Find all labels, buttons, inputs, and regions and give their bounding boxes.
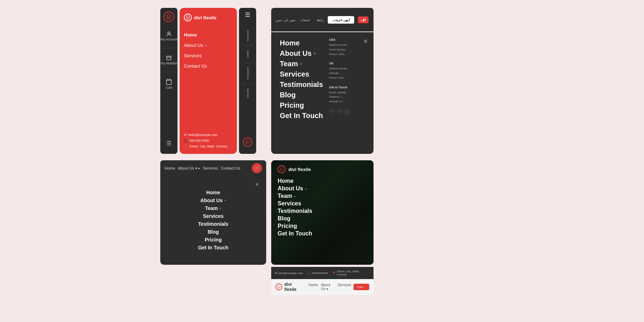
facebook-link[interactable]: facebook <box>246 25 249 45</box>
bottom-right-content: d divi flexile Home About Us + Team + Se… <box>271 160 374 242</box>
bottom-right-menu: Home About Us + Team + Services Testimon… <box>278 177 367 237</box>
br-about[interactable]: About Us + <box>278 185 367 192</box>
mega-social-row: f t ● <box>329 109 365 115</box>
bottom-dd-pricing[interactable]: Pricing <box>205 236 221 244</box>
br-pricing[interactable]: Pricing <box>278 223 367 230</box>
twitter-link[interactable]: twitter <box>246 46 249 62</box>
bottom-right-logo: d <box>278 165 286 173</box>
bottom-right-brand-name: divi flexile <box>288 167 311 172</box>
my-account-icon-btn[interactable]: My Account <box>161 29 177 44</box>
sidebar-logo: d <box>164 11 174 22</box>
mega-close-button[interactable]: ✕ <box>363 38 368 45</box>
email-icon: ✉ <box>184 133 187 137</box>
social-hamburger[interactable]: ☰ <box>245 11 250 18</box>
mega-social-icon-3[interactable]: ● <box>344 109 350 115</box>
mega-blog[interactable]: Blog <box>280 90 329 100</box>
brand-bar-cta[interactable]: Con... <box>353 284 369 290</box>
bottom-dropdown-close[interactable]: ✕ <box>255 182 259 187</box>
bottom-cart-button[interactable]: 🛒 <box>252 163 262 173</box>
footer-info-bar: ✉ abc@example.com 📞 0000000000 📍 Street,… <box>271 267 374 279</box>
uk-address: Address Street,hello@k...Phone +000... <box>329 67 365 80</box>
bottom-nav-home[interactable]: Home <box>165 166 175 170</box>
svg-text:d: d <box>167 16 169 19</box>
red-email: ✉ hello@example.com <box>184 133 233 137</box>
usa-title: USA <box>329 38 365 42</box>
bottom-dd-home[interactable]: Home <box>206 189 220 196</box>
mega-about[interactable]: About Us + <box>280 48 329 59</box>
rtl-link-about[interactable]: میں بارے میں <box>275 18 295 22</box>
social-sidebar: ☰ facebook twitter instagram linkedin d <box>239 8 256 154</box>
red-contact-info: ✉ hello@example.com 📞 000-000-0000 📍 Str… <box>184 133 233 148</box>
bottom-dd-about[interactable]: About Us + <box>200 196 226 204</box>
bottom-dd-testimonials[interactable]: Testimonials <box>198 220 229 228</box>
mega-services[interactable]: Services <box>280 69 329 79</box>
linkedin-link[interactable]: linkedin <box>246 84 249 102</box>
svg-point-1 <box>168 32 170 34</box>
red-brand: d divi flexile <box>184 14 233 21</box>
br-testimonials[interactable]: Testimonials <box>278 208 367 215</box>
rtl-header: اف ابھی خریدنے رابطہ خدمات میں بارے میں <box>271 8 374 31</box>
sidebar-hamburger[interactable]: ☰ <box>166 140 171 147</box>
brand-bar-home[interactable]: Home <box>308 283 318 291</box>
mega-facebook-icon[interactable]: f <box>329 109 335 115</box>
red-brand-icon: d <box>184 14 192 21</box>
mega-twitter-icon[interactable]: t <box>337 109 342 115</box>
bottom-dd-services[interactable]: Services <box>203 212 224 220</box>
red-nav-services[interactable]: Services <box>184 53 233 58</box>
mega-pricing[interactable]: Pricing <box>280 100 329 111</box>
mega-home[interactable]: Home <box>280 38 329 48</box>
get-in-touch-section: Get In Touch Email: hello@...Address: <.… <box>329 86 365 104</box>
bottom-nav-about[interactable]: About Us ▾ <box>178 166 200 171</box>
uk-section: UK Address Street,hello@k...Phone +000..… <box>329 62 365 80</box>
svg-text:d: d <box>247 141 248 143</box>
cart-label: Cart <box>166 86 172 89</box>
bottom-dd-blog[interactable]: Blog <box>208 228 219 236</box>
br-get-in-touch[interactable]: Get In Touch <box>278 230 367 237</box>
footer-phone: 📞 0000000000 <box>307 272 328 275</box>
mega-testimonials[interactable]: Testimonials <box>280 79 329 90</box>
rtl-buy-button[interactable]: ابھی خریدنے <box>328 16 355 24</box>
footer-location-icon: 📍 <box>332 272 336 275</box>
sidebar-divider-2 <box>162 72 176 72</box>
usa-address: Address Street,Great SpringsPhone +000..… <box>329 43 365 57</box>
footer-phone-icon: 📞 <box>307 272 311 275</box>
brand-bar-nav: Home About Us ▾ Services <box>308 283 351 291</box>
bottom-nav-services[interactable]: Services <box>203 166 218 170</box>
mega-get-in-touch[interactable]: Get In Touch <box>280 111 329 121</box>
red-phone: 📞 000-000-0000 <box>184 139 233 142</box>
location-icon: 📍 <box>184 145 188 148</box>
cart-icon-btn[interactable]: Cart <box>166 77 172 92</box>
bottom-nav-contact[interactable]: Contact Us <box>221 166 240 170</box>
bottom-right-brand: d divi flexile <box>278 165 367 173</box>
footer-email: ✉ abc@example.com <box>275 272 303 275</box>
red-nav-home[interactable]: Home <box>184 32 233 38</box>
svg-text:d: d <box>281 169 282 170</box>
bottom-dd-team[interactable]: Team + <box>205 204 221 212</box>
br-services[interactable]: Services <box>278 200 367 207</box>
sidebar-divider-1 <box>162 48 176 48</box>
uk-title: UK <box>329 62 365 65</box>
red-address: 📍 Street, City, State, Country <box>184 145 233 148</box>
mega-right-info: USA Address Street,Great SpringsPhone +0… <box>329 38 365 148</box>
instagram-link[interactable]: instagram <box>246 63 249 84</box>
mega-dark-menu: ✕ Home About Us + Team + Services Testim… <box>271 32 374 154</box>
brand-bottom-bar: d divi flexile Home About Us ▾ Services … <box>271 279 374 295</box>
brand-bar-name: divi flexile <box>284 282 303 292</box>
br-home[interactable]: Home <box>278 177 367 185</box>
rtl-link-services[interactable]: خدمات <box>300 18 310 22</box>
red-brand-name: divi flexile <box>194 15 216 20</box>
social-bottom-logo: d <box>243 137 252 147</box>
red-nav-contact[interactable]: Contact Us <box>184 63 233 69</box>
mega-team[interactable]: Team + <box>280 59 329 69</box>
brand-bar-services[interactable]: Services <box>338 283 351 291</box>
brand-bar-about[interactable]: About Us ▾ <box>321 283 335 291</box>
flag-badge: اف <box>358 16 369 23</box>
br-blog[interactable]: Blog <box>278 215 367 222</box>
br-team[interactable]: Team + <box>278 192 367 200</box>
rtl-link-contact[interactable]: رابطہ <box>315 18 324 22</box>
my-wishlist-icon-btn[interactable]: My Wishlist <box>161 53 177 68</box>
red-nav-about[interactable]: About Us + <box>184 43 233 48</box>
red-nav-items: Home About Us + Services Contact Us <box>184 32 233 126</box>
bottom-dd-get-in-touch[interactable]: Get In Touch <box>198 244 229 252</box>
bottom-right-image-menu: d divi flexile Home About Us + Team + Se… <box>271 160 374 265</box>
